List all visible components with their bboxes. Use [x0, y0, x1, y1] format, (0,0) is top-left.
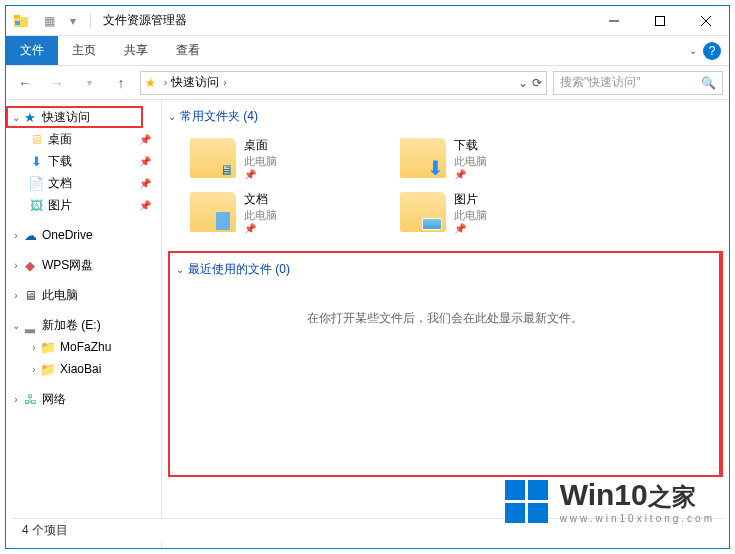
pin-icon: 📌 [139, 156, 151, 167]
status-item-count: 4 个项目 [22, 522, 68, 539]
pictures-icon: 🖼 [28, 197, 44, 213]
ribbon-tabs: 文件 主页 共享 查看 ⌄ ? [6, 36, 729, 66]
tab-view[interactable]: 查看 [162, 36, 214, 65]
expand-icon[interactable]: › [10, 260, 22, 271]
expand-icon[interactable]: › [10, 394, 22, 405]
tab-share[interactable]: 共享 [110, 36, 162, 65]
sidebar-item-label: 快速访问 [42, 109, 161, 126]
ribbon-expand-icon[interactable]: ⌄ [689, 45, 697, 56]
pin-icon: 📌 [454, 169, 487, 180]
qat-dropdown-icon[interactable]: ▾ [62, 10, 84, 32]
tab-file[interactable]: 文件 [6, 36, 58, 65]
sidebar-item-downloads[interactable]: ⬇ 下载 📌 [6, 150, 161, 172]
group-recent-files[interactable]: ⌄ 最近使用的文件 (0) [176, 261, 713, 278]
refresh-icon[interactable]: ⟳ [532, 76, 542, 90]
star-icon: ★ [22, 109, 38, 125]
sidebar-item-xiaobai[interactable]: › 📁 XiaoBai [6, 358, 161, 380]
watermark: Win10之家 www.win10xitong.com [505, 478, 715, 524]
folder-location: 此电脑 [244, 208, 277, 223]
sidebar-item-desktop[interactable]: 🖥 桌面 📌 [6, 128, 161, 150]
disk-icon: ▂ [22, 317, 38, 333]
expand-icon[interactable]: › [28, 364, 40, 375]
sidebar-item-onedrive[interactable]: › ☁ OneDrive [6, 224, 161, 246]
collapse-icon[interactable]: ⌄ [10, 320, 22, 331]
documents-icon: 📄 [28, 175, 44, 191]
explorer-icon [12, 12, 30, 30]
sidebar-item-label: WPS网盘 [42, 257, 161, 274]
qat-properties-icon[interactable]: ▦ [38, 10, 60, 32]
desktop-icon: 🖥 [28, 131, 44, 147]
sidebar-item-pictures[interactable]: 🖼 图片 📌 [6, 194, 161, 216]
folder-icon [190, 192, 236, 232]
search-input[interactable]: 搜索"快速访问" 🔍 [553, 71, 723, 95]
forward-button[interactable]: → [44, 70, 70, 96]
sidebar-item-wps[interactable]: › ◆ WPS网盘 [6, 254, 161, 276]
group-header-label: 常用文件夹 (4) [180, 108, 258, 125]
history-dropdown-icon[interactable]: ⌄ [518, 76, 528, 90]
back-button[interactable]: ← [12, 70, 38, 96]
collapse-icon[interactable]: ⌄ [10, 112, 22, 123]
pin-icon: 📌 [139, 134, 151, 145]
folder-pictures[interactable]: 图片 此电脑 📌 [400, 187, 580, 237]
chevron-right-icon[interactable]: › [223, 77, 226, 88]
folder-location: 此电脑 [454, 154, 487, 169]
folder-icon: 📁 [40, 339, 56, 355]
tab-home[interactable]: 主页 [58, 36, 110, 65]
folder-name: 下载 [454, 137, 487, 154]
expand-icon[interactable]: › [10, 290, 22, 301]
network-icon: 🖧 [22, 391, 38, 407]
sidebar-item-label: 网络 [42, 391, 161, 408]
folder-icon: 🖥 [190, 138, 236, 178]
breadcrumb-location[interactable]: 快速访问 [171, 74, 219, 91]
svg-rect-4 [656, 16, 665, 25]
expand-icon[interactable]: › [10, 230, 22, 241]
svg-rect-1 [14, 15, 20, 18]
folder-location: 此电脑 [244, 154, 277, 169]
pin-icon: 📌 [139, 200, 151, 211]
minimize-button[interactable] [591, 6, 637, 36]
help-icon[interactable]: ? [703, 42, 721, 60]
sidebar-item-this-pc[interactable]: › 🖥 此电脑 [6, 284, 161, 306]
separator [90, 13, 91, 29]
address-bar: ← → ▾ ↑ ★ › 快速访问 › ⌄ ⟳ 搜索"快速访问" 🔍 [6, 66, 729, 100]
sidebar-item-label: OneDrive [42, 228, 161, 242]
chevron-right-icon[interactable]: › [164, 77, 167, 88]
sidebar-item-label: XiaoBai [60, 362, 161, 376]
folder-icon [400, 192, 446, 232]
search-icon[interactable]: 🔍 [701, 76, 716, 90]
folder-name: 桌面 [244, 137, 277, 154]
expand-icon[interactable]: › [28, 342, 40, 353]
close-button[interactable] [683, 6, 729, 36]
navigation-pane: ⌄ ★ 快速访问 🖥 桌面 📌 ⬇ 下载 📌 📄 文档 📌 [6, 100, 162, 548]
pin-icon: 📌 [244, 223, 277, 234]
sidebar-item-label: 桌面 [48, 131, 139, 148]
pc-icon: 🖥 [22, 287, 38, 303]
sidebar-item-quick-access[interactable]: ⌄ ★ 快速访问 [6, 106, 161, 128]
search-placeholder: 搜索"快速访问" [560, 74, 641, 91]
maximize-button[interactable] [637, 6, 683, 36]
up-button[interactable]: ↑ [108, 70, 134, 96]
group-frequent-folders[interactable]: ⌄ 常用文件夹 (4) [168, 108, 723, 125]
chevron-down-icon[interactable]: ⌄ [176, 264, 184, 275]
onedrive-icon: ☁ [22, 227, 38, 243]
chevron-down-icon[interactable]: ⌄ [168, 111, 176, 122]
watermark-url: www.win10xitong.com [560, 513, 715, 524]
sidebar-item-network[interactable]: › 🖧 网络 [6, 388, 161, 410]
sidebar-item-volume-e[interactable]: ⌄ ▂ 新加卷 (E:) [6, 314, 161, 336]
folder-desktop[interactable]: 🖥 桌面 此电脑 📌 [190, 133, 370, 183]
folder-downloads[interactable]: ⬇ 下载 此电脑 📌 [400, 133, 580, 183]
sidebar-item-label: 文档 [48, 175, 139, 192]
folder-icon: 📁 [40, 361, 56, 377]
downloads-icon: ⬇ [28, 153, 44, 169]
watermark-suffix: 之家 [648, 483, 696, 510]
windows-logo-icon [505, 480, 548, 523]
pin-icon: 📌 [139, 178, 151, 189]
sidebar-item-mofazhu[interactable]: › 📁 MoFaZhu [6, 336, 161, 358]
folder-icon: ⬇ [400, 138, 446, 178]
sidebar-item-label: 下载 [48, 153, 139, 170]
titlebar: ▦ ▾ 文件资源管理器 [6, 6, 729, 36]
breadcrumb[interactable]: ★ › 快速访问 › ⌄ ⟳ [140, 71, 547, 95]
sidebar-item-documents[interactable]: 📄 文档 📌 [6, 172, 161, 194]
recent-locations-dropdown[interactable]: ▾ [76, 70, 102, 96]
folder-documents[interactable]: 文档 此电脑 📌 [190, 187, 370, 237]
